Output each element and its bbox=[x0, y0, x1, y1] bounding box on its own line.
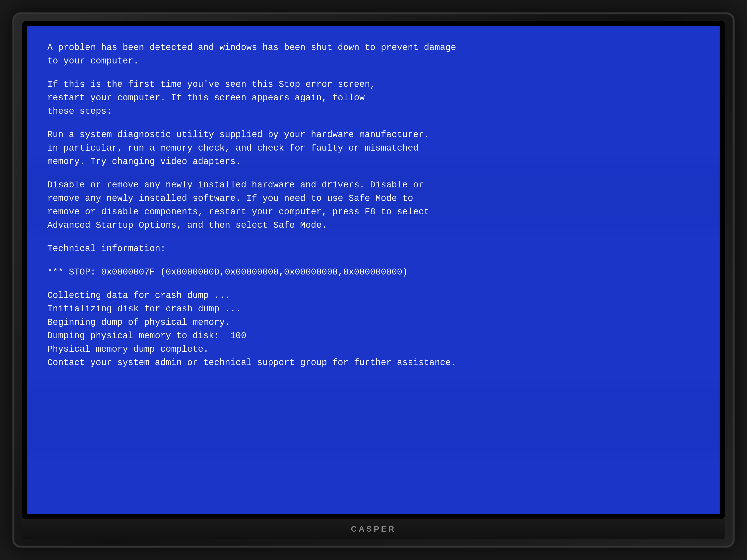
bsod-paragraph1: A problem has been detected and windows … bbox=[47, 41, 700, 68]
bsod-dump-lines: Collecting data for crash dump ...Initia… bbox=[47, 289, 700, 370]
screen-bezel: A problem has been detected and windows … bbox=[22, 21, 725, 519]
bsod-technical-label: Technical information: bbox=[47, 242, 700, 256]
bsod-text-paragraph3: Run a system diagnostic utility supplied… bbox=[47, 130, 429, 167]
bsod-paragraph2: If this is the first time you've seen th… bbox=[47, 78, 700, 118]
dump-line-0: Collecting data for crash dump ... bbox=[47, 289, 700, 302]
bsod-text-paragraph2: If this is the first time you've seen th… bbox=[47, 79, 376, 116]
monitor-brand-bar: CASPER bbox=[22, 519, 725, 539]
monitor: A problem has been detected and windows … bbox=[12, 12, 735, 548]
dump-line-text-0: Collecting data for crash dump ... bbox=[47, 290, 230, 301]
dump-line-text-3: Dumping physical memory to disk: 100 bbox=[47, 331, 246, 341]
bsod-screen: A problem has been detected and windows … bbox=[27, 26, 720, 514]
bsod-text-paragraph1: A problem has been detected and windows … bbox=[47, 43, 456, 66]
dump-line-text-2: Beginning dump of physical memory. bbox=[47, 317, 230, 327]
dump-line-2: Beginning dump of physical memory. bbox=[47, 316, 700, 329]
bsod-paragraph3: Run a system diagnostic utility supplied… bbox=[47, 128, 700, 168]
bsod-stop-code-text: *** STOP: 0x0000007F (0x0000000D,0x00000… bbox=[47, 267, 408, 277]
bsod-technical-label-text: Technical information: bbox=[47, 244, 165, 254]
bsod-paragraph4: Disable or remove any newly installed ha… bbox=[47, 179, 700, 232]
dump-line-1: Initializing disk for crash dump ... bbox=[47, 302, 700, 316]
bsod-text-paragraph4: Disable or remove any newly installed ha… bbox=[47, 180, 429, 231]
bsod-stop-code: *** STOP: 0x0000007F (0x0000000D,0x00000… bbox=[47, 266, 700, 279]
monitor-brand-text: CASPER bbox=[351, 525, 396, 534]
dump-line-3: Dumping physical memory to disk: 100 bbox=[47, 329, 700, 343]
dump-line-text-1: Initializing disk for crash dump ... bbox=[47, 304, 241, 314]
dump-line-text-4: Physical memory dump complete. bbox=[47, 344, 209, 354]
dump-line-text-5: Contact your system admin or technical s… bbox=[47, 358, 456, 368]
dump-line-4: Physical memory dump complete. bbox=[47, 343, 700, 356]
dump-line-5: Contact your system admin or technical s… bbox=[47, 356, 700, 370]
